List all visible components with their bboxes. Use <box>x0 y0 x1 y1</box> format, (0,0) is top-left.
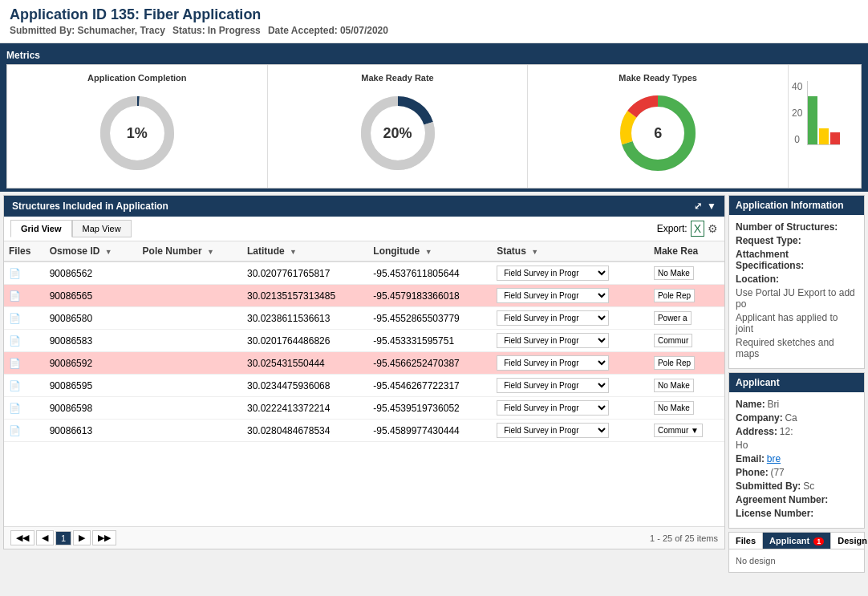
page-1-btn[interactable]: 1 <box>55 531 71 545</box>
row-file-icon[interactable]: 📄 <box>4 352 45 375</box>
col-osmose-id[interactable]: Osmose ID ▼ <box>45 241 138 262</box>
status-dropdown[interactable]: Field Survey in Progr <box>497 400 609 416</box>
status-dropdown[interactable]: Field Survey in Progr <box>497 378 609 393</box>
expand-icon[interactable]: ⤢ <box>694 201 702 212</box>
row-file-icon[interactable]: 📄 <box>4 420 45 442</box>
makeready-types-value: 6 <box>654 125 662 142</box>
agreement-num-label: Agreement Number: <box>736 494 828 505</box>
row-status[interactable]: Field Survey in Progr <box>492 330 649 352</box>
structures-header: Structures Included in Application ⤢ ▼ <box>4 196 724 217</box>
row-file-icon[interactable]: 📄 <box>4 330 45 352</box>
status-dropdown[interactable]: Field Survey in Progr <box>497 310 609 326</box>
makeready-button[interactable]: No Make <box>654 379 694 392</box>
row-status[interactable]: Field Survey in Progr <box>492 307 649 330</box>
makeready-button[interactable]: Pole Rep <box>654 289 695 302</box>
excel-icon[interactable]: X <box>691 221 704 237</box>
status-dropdown[interactable]: Field Survey in Progr <box>497 288 609 303</box>
row-osmose-id: 90086580 <box>45 307 138 330</box>
metrics-container: Application Completion 1% Make Ready Rat… <box>6 64 862 189</box>
makeready-button[interactable]: Commur <box>654 334 692 347</box>
row-pole-number <box>138 352 242 375</box>
row-file-icon[interactable]: 📄 <box>4 397 45 420</box>
first-page-btn[interactable]: ◀◀ <box>10 530 34 545</box>
row-makeready[interactable]: Commur ▼ <box>649 420 724 442</box>
tab-files[interactable]: Files <box>729 533 763 549</box>
row-longitude: -95.453331595751 <box>368 330 492 352</box>
bar-red <box>830 132 840 144</box>
makeready-button[interactable]: Commur ▼ <box>654 424 703 437</box>
date-accepted-label: Date Accepted: <box>268 25 338 36</box>
company-label: Company: <box>736 412 783 424</box>
row-file-icon[interactable]: 📄 <box>4 307 45 330</box>
row-status[interactable]: Field Survey in Progr <box>492 397 649 420</box>
last-page-btn[interactable]: ▶▶ <box>92 530 116 545</box>
row-makeready[interactable]: Commur <box>649 330 724 352</box>
row-status[interactable]: Field Survey in Progr <box>492 352 649 375</box>
table-row: 📄 90086565 30.02135157313485 -95.4579183… <box>4 285 724 307</box>
col-status[interactable]: Status ▼ <box>492 241 649 262</box>
row-makeready[interactable]: No Make <box>649 397 724 420</box>
col-pole-number[interactable]: Pole Number ▼ <box>138 241 242 262</box>
applicant-header: Applicant <box>729 373 864 392</box>
next-page-btn[interactable]: ▶ <box>73 530 91 545</box>
row-makeready[interactable]: No Make <box>649 262 724 285</box>
row-file-icon[interactable]: 📄 <box>4 262 45 285</box>
row-status[interactable]: Field Survey in Progr <box>492 420 649 442</box>
col-longitude[interactable]: Longitude ▼ <box>368 241 492 262</box>
makeready-button[interactable]: No Make <box>654 266 694 280</box>
y-axis: 40 20 0 <box>792 81 802 145</box>
bottom-content: No design <box>728 549 865 573</box>
row-osmose-id: 90086595 <box>45 375 138 397</box>
row-longitude: -95.4579183366018 <box>368 285 492 307</box>
num-structures-label: Number of Structures: <box>736 221 838 233</box>
row-makeready[interactable]: Power a <box>649 307 724 330</box>
status-dropdown[interactable]: Field Survey in Progr <box>497 333 609 348</box>
structures-table-wrap: Files Osmose ID ▼ Pole Number ▼ Latitude… <box>4 241 724 526</box>
row-file-icon[interactable]: 📄 <box>4 375 45 397</box>
col-makeready[interactable]: Make Rea <box>649 241 724 262</box>
tab-grid-view[interactable]: Grid View <box>10 220 72 237</box>
row-file-icon[interactable]: 📄 <box>4 285 45 307</box>
email-value[interactable]: bre <box>767 453 781 464</box>
row-makeready[interactable]: Pole Rep <box>649 352 724 375</box>
makeready-button[interactable]: Power a <box>654 311 692 325</box>
chevron-icon[interactable]: ▼ <box>707 201 716 212</box>
submitted-by-value: Schumacher, Tracy <box>77 25 164 36</box>
row-pole-number <box>138 285 242 307</box>
bar-yellow <box>819 128 829 144</box>
makeready-button[interactable]: No Make <box>654 401 694 415</box>
structures-title: Structures Included in Application <box>12 201 168 212</box>
makeready-button[interactable]: Pole Rep <box>654 356 695 370</box>
table-row: 📄 90086598 30.0222413372214 -95.45395197… <box>4 397 724 420</box>
row-pole-number <box>138 397 242 420</box>
status-dropdown[interactable]: Field Survey in Progr <box>497 423 609 438</box>
row-pole-number <box>138 420 242 442</box>
tab-design[interactable]: Design <box>831 533 868 549</box>
tab-map-view[interactable]: Map View <box>72 220 132 237</box>
request-type-label: Request Type: <box>736 235 801 246</box>
status-dropdown[interactable]: Field Survey in Progr <box>497 355 609 371</box>
row-latitude: 30.02135157313485 <box>242 285 368 307</box>
makeready-rate-value: 20% <box>383 125 412 142</box>
row-pole-number <box>138 330 242 352</box>
gear-icon[interactable]: ⚙ <box>708 222 718 235</box>
completion-donut: 1% <box>93 89 181 177</box>
row-status[interactable]: Field Survey in Progr <box>492 285 649 307</box>
bar-chart-panel: 40 20 0 <box>789 65 861 188</box>
status-dropdown[interactable]: Field Survey in Progr <box>497 266 609 281</box>
structures-table: Files Osmose ID ▼ Pole Number ▼ Latitude… <box>4 241 724 442</box>
prev-page-btn[interactable]: ◀ <box>36 530 54 545</box>
col-latitude[interactable]: Latitude ▼ <box>242 241 368 262</box>
tab-applicant[interactable]: Applicant 1 <box>763 533 831 549</box>
submitted-by-label: Submitted By: <box>10 25 75 36</box>
status-value: In Progress <box>208 25 261 36</box>
row-makeready[interactable]: Pole Rep <box>649 285 724 307</box>
row-status[interactable]: Field Survey in Progr <box>492 375 649 397</box>
row-longitude: -95.4546267722317 <box>368 375 492 397</box>
row-latitude: 30.0238611536613 <box>242 307 368 330</box>
email-label: Email: <box>736 453 765 464</box>
company-value: Ca <box>785 412 797 424</box>
row-status[interactable]: Field Survey in Progr <box>492 262 649 285</box>
location-value-1: Use Portal JU Export to add po <box>736 287 855 310</box>
row-makeready[interactable]: No Make <box>649 375 724 397</box>
